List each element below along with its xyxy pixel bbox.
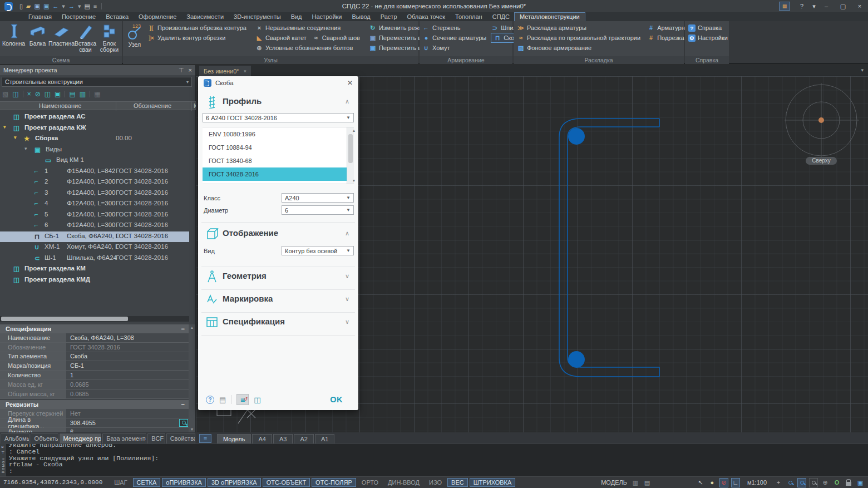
вставка-сваи-button[interactable]: Вставка сваи — [73, 22, 97, 56]
section-profile[interactable]: Профиль ∧ — [198, 93, 358, 110]
redo-dropdown-icon[interactable]: ▾ — [78, 2, 81, 10]
dock-tab-объекты[interactable]: Объекты — [31, 433, 58, 443]
property-row[interactable]: Общая масса, кг0.0685 — [0, 390, 189, 399]
class-combo[interactable]: А240▼ — [282, 193, 354, 203]
unlock-icon[interactable] — [844, 478, 853, 487]
section-геометрия[interactable]: Геометрия∨ — [198, 268, 358, 285]
layout-menu-icon[interactable]: ≡ — [199, 434, 211, 443]
rollup-toggle-icon[interactable]: ≣↺ — [236, 394, 249, 405]
layout-tab-модель[interactable]: Модель — [217, 434, 251, 443]
property-row[interactable]: ОбозначениеГОСТ 34028-2016 — [0, 343, 189, 352]
dock-tab-bcf[interactable]: BCF — [147, 433, 165, 443]
layout-tab-а4[interactable]: А4 — [252, 434, 272, 443]
minimize-icon[interactable]: – — [818, 3, 835, 9]
ribbon-tab-Построение[interactable]: Построение — [57, 13, 101, 21]
tree-row[interactable]: ⌐6Φ12А400, L=300ГОСТ 34028-2016 — [0, 220, 189, 231]
chevron-down-icon[interactable]: ∨ — [345, 318, 349, 326]
compass-view-label[interactable]: Сверху — [806, 157, 837, 165]
property-row[interactable]: Масса ед, кг0.0685 — [0, 380, 189, 390]
specification-header[interactable]: Спецификация− — [0, 324, 189, 333]
раскладка-арматуры-button[interactable]: ≫Раскладка арматуры — [517, 23, 586, 33]
help-icon[interactable]: ? — [206, 396, 214, 404]
standard-list-item[interactable]: ГОСТ 34028-2016 — [203, 167, 354, 181]
undo-dropdown-icon[interactable]: ▾ — [62, 2, 65, 10]
tree-row[interactable]: ▾◫Проект раздела КЖ — [0, 123, 189, 134]
edit-icon[interactable]: ▤ — [69, 90, 75, 98]
dock-tab-альбомы[interactable]: Альбомы — [1, 433, 29, 443]
блок-сборки-button[interactable]: Блок сборки — [97, 22, 121, 56]
toggle-шаг[interactable]: ШАГ — [110, 478, 131, 487]
annotation-visibility-icon[interactable]: ⊘ — [719, 478, 728, 487]
save-icon[interactable]: ▣ — [34, 2, 40, 10]
pan-icon[interactable]: + — [774, 478, 783, 487]
удалить-контур-обрезки-button[interactable]: ]×Удалить контур обрезки — [147, 33, 225, 43]
toggle-3d-опривязка[interactable]: 3D оПРИВЯЗКА — [208, 478, 261, 487]
настройки-button[interactable]: ⚙Настройки — [688, 33, 728, 43]
chevron-up-icon[interactable]: ∧ — [345, 98, 349, 105]
toggle-отс-поляр[interactable]: ОТС-ПОЛЯР — [312, 478, 356, 487]
collapse-icon[interactable]: − — [181, 326, 185, 332]
app-logo-icon[interactable] — [4, 2, 13, 11]
help-dropdown-icon[interactable]: ▾ — [810, 3, 818, 10]
chevron-down-icon[interactable]: ▾ — [14, 135, 17, 140]
standard-list-item[interactable]: ГОСТ 10884-94 — [203, 141, 354, 154]
toggle-изо[interactable]: ИЗО — [425, 478, 446, 487]
ok-button[interactable]: OK — [330, 395, 351, 404]
open-icon[interactable]: ▰ — [26, 2, 31, 10]
column-header[interactable]: Обозначение — [134, 102, 171, 109]
ribbon-tab-Топоплан[interactable]: Топоплан — [450, 13, 487, 21]
requisites-header[interactable]: Реквизиты− — [0, 400, 189, 409]
detach-icon[interactable]: ⊘ — [35, 90, 41, 98]
tree-row[interactable]: ⌐3Φ12А400, L=300ГОСТ 34028-2016 — [0, 188, 189, 199]
toggle-орто[interactable]: ОРТО — [358, 478, 382, 487]
property-row[interactable]: Длина в специфика...308.4955 — [0, 418, 189, 428]
new-file-icon[interactable]: ▯ — [19, 2, 23, 10]
profile-combo[interactable]: Строительные конструкции ▾ — [2, 77, 192, 87]
standard-list-item[interactable]: ENV 10080:1996 — [203, 127, 354, 141]
справка-button[interactable]: ?Справка — [688, 23, 722, 33]
close-icon[interactable]: × — [1, 445, 4, 450]
ribbon-tab-Вставка[interactable]: Вставка — [101, 13, 134, 21]
search-value-button[interactable] — [179, 419, 188, 427]
section-спецификация[interactable]: Спецификация∨ — [198, 314, 358, 331]
property-row[interactable]: Тип элементаСкоба — [0, 352, 189, 362]
copy-icon[interactable]: ◫ — [45, 90, 51, 98]
ribbon-tab-Металлоконструкции[interactable]: Металлоконструкции — [515, 13, 585, 21]
property-row[interactable]: Марка/позицияСБ-1 — [0, 361, 189, 371]
ribbon-tab-Облака точек[interactable]: Облака точек — [402, 13, 451, 21]
сварной-катет-button[interactable]: ◣Сварной катет — [255, 33, 307, 43]
ribbon-tab-3D-инструменты[interactable]: 3D-инструменты — [229, 13, 286, 21]
annotation-scale-value[interactable]: м1:100 — [747, 479, 767, 486]
section-маркировка[interactable]: Маркировка∨ — [198, 291, 358, 308]
chevron-up-icon[interactable]: ∧ — [345, 230, 349, 237]
tree-row[interactable]: ⌐2Φ12А400, L=300ГОСТ 34028-2016 — [0, 177, 189, 188]
dialog-settings-icon[interactable]: ▤ — [219, 396, 226, 404]
layout-tab-а1[interactable]: А1 — [315, 434, 334, 443]
model-space-label[interactable]: МОДЕЛЬ — [601, 479, 627, 486]
zoom-icon[interactable] — [786, 478, 795, 487]
property-row[interactable]: НаименованиеСкоба, Φ6А240, L=308 — [0, 333, 189, 343]
tree-row[interactable]: ⊓СБ-1Скоба, Φ6А240, LГОСТ 34028-2016 — [0, 231, 189, 243]
tree-row[interactable]: ⌐4Φ12А400, L=300ГОСТ 34028-2016 — [0, 199, 189, 210]
сечение-арматуры-button[interactable]: ●Сечение арматуры — [422, 33, 486, 43]
delete-icon[interactable]: × — [27, 90, 31, 98]
колонна-button[interactable]: Колонна — [2, 22, 26, 56]
toggle-сетка[interactable]: СЕТКА — [133, 478, 161, 487]
chevron-down-icon[interactable]: ∨ — [345, 295, 349, 303]
пластина-button[interactable]: Пластина — [50, 22, 73, 56]
orbit-icon[interactable]: ⊕ — [821, 478, 830, 487]
tree-row[interactable]: ◫Проект раздела КМД — [0, 275, 189, 286]
toggle-штриховка[interactable]: ШТРИХОВКА — [470, 478, 516, 487]
panel-vertical-scrollbar[interactable]: ▲▼ — [189, 324, 195, 432]
chevron-down-icon[interactable]: ∨ — [345, 273, 349, 280]
help-menu-button[interactable]: ? — [793, 3, 810, 9]
tree-row[interactable]: ▾★Сборка00.00 — [0, 134, 189, 145]
sheet-icon[interactable]: ▤ — [643, 478, 652, 487]
tree-row[interactable]: ◫Проект раздела АС — [0, 112, 189, 123]
произвольная-обрезка-контура-button[interactable]: ][Произвольная обрезка контура — [147, 23, 246, 33]
фоновое-армирование-button[interactable]: ▨Фоновое армирование — [517, 43, 591, 53]
view-combo[interactable]: Контур без осевой▼ — [282, 246, 354, 255]
tree-row[interactable]: ◫Проект раздела КМ — [0, 264, 189, 275]
хомут-button[interactable]: ∪Хомут — [422, 43, 450, 53]
list-scrollbar[interactable]: ▲▼ — [347, 127, 354, 184]
